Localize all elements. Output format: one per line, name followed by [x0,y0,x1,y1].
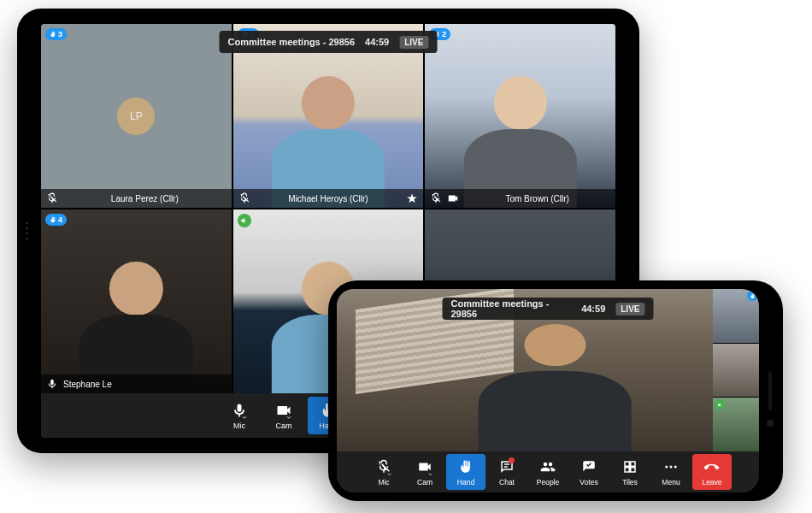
participant-tile[interactable]: LP 3 Laura Perez (Cllr) [41,24,232,208]
meeting-header: Committee meetings - 29856 44:59 LIVE [443,298,654,320]
mic-muted-icon [46,192,58,204]
hand-count-badge: 4 [45,214,67,226]
participant-thumbnails [713,289,759,451]
cam-button[interactable]: Cam [263,397,304,434]
participant-namebar: Laura Perez (Cllr) [41,189,232,208]
menu-button[interactable]: Menu [651,454,691,490]
speaking-icon [715,399,725,410]
thumbnail-tile[interactable] [713,289,759,343]
votes-button[interactable]: Votes [569,454,609,490]
meeting-header: Committee meetings - 29856 44:59 LIVE [220,31,438,53]
avatar: LP [117,97,155,135]
hand-badge-icon [747,291,757,301]
hand-count-badge: 3 [45,28,67,40]
tiles-button[interactable]: Tiles [610,454,650,490]
thumbnail-tile[interactable] [713,344,759,398]
live-badge: LIVE [615,303,644,315]
mic-muted-icon [238,192,250,204]
participant-tile[interactable]: 2 Tom Brown (Cllr) [425,24,615,208]
meeting-timer: 44:59 [581,304,605,314]
mic-icon [46,378,58,390]
hand-button[interactable]: Hand [446,454,485,490]
meeting-timer: 44:59 [365,37,389,47]
phone-screen: Committee meetings - 29856 44:59 LIVE [337,289,759,492]
participant-namebar: Tom Brown (Cllr) [425,189,615,208]
thumbnail-tile[interactable] [713,398,759,451]
people-button[interactable]: People [528,454,568,490]
leave-button[interactable]: Leave [692,454,732,490]
meeting-toolbar: Mic Cam Hand Chat People Votes [337,451,759,492]
cam-icon [447,192,459,204]
phone-camera-dot [767,420,774,427]
mic-button[interactable]: Mic [219,397,260,434]
live-badge: LIVE [399,36,428,49]
tablet-side-dots [26,222,28,240]
phone-speaker-slot [768,371,772,410]
participant-namebar: Stephane Le [41,374,232,393]
speaking-icon [238,214,251,227]
mic-muted-icon [430,192,442,204]
notification-dot [509,457,515,463]
mic-button[interactable]: Mic [364,454,403,490]
participant-namebar: Michael Heroys (Cllr) [233,189,424,208]
cam-button[interactable]: Cam [405,454,444,490]
meeting-title: Committee meetings - 29856 [451,298,572,319]
chat-button[interactable]: Chat [487,454,527,490]
phone-device: Committee meetings - 29856 44:59 LIVE [328,280,783,501]
participant-tile[interactable]: 4 Stephane Le [41,209,232,393]
meeting-title: Committee meetings - 29856 [228,37,356,47]
star-icon [406,192,418,204]
